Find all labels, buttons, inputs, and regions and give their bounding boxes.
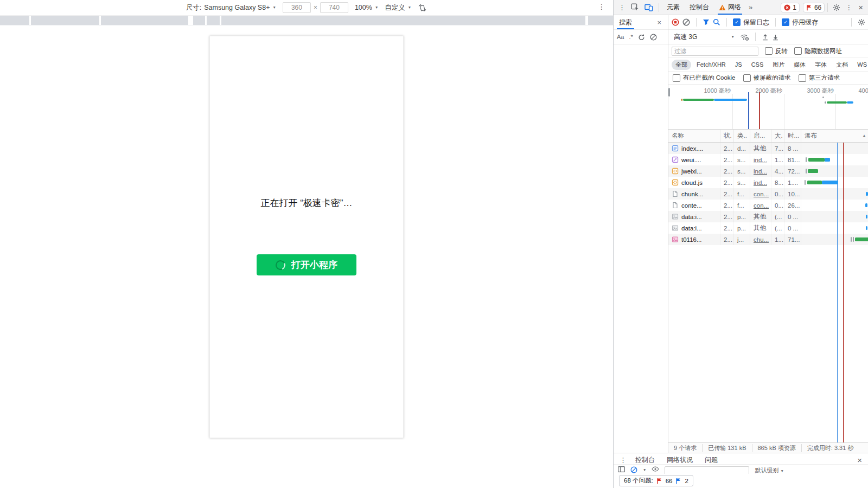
initiator-link[interactable]: con... xyxy=(754,191,769,197)
resource-type-filters: 全部Fetch/XHRJSCSS图片媒体字体文档WSWasm xyxy=(668,58,868,72)
waterfall-bar-tick xyxy=(805,180,806,185)
initiator-link[interactable]: chu... xyxy=(754,236,769,243)
network-overview-timeline[interactable]: 1000 毫秒2000 毫秒3000 毫秒4000 毫秒 xyxy=(668,85,868,130)
request-waterfall-cell xyxy=(801,188,868,200)
filter-chip-JS[interactable]: JS xyxy=(731,60,746,69)
request-name-cell: data:i... xyxy=(668,222,720,234)
console-errors-badge[interactable]: 1 xyxy=(781,3,800,12)
toggle-device-toolbar-icon[interactable] xyxy=(642,4,656,11)
chevron-down-icon[interactable]: ▼ xyxy=(643,468,646,472)
request-name-cell: data:i... xyxy=(668,211,720,222)
image-pink-icon xyxy=(672,236,679,243)
filter-chip-文档[interactable]: 文档 xyxy=(832,60,852,70)
loading-spinner-icon xyxy=(274,259,286,271)
filter-chip-字体[interactable]: 字体 xyxy=(811,60,831,70)
column-header-瀑布[interactable]: 瀑布▲ xyxy=(801,130,868,142)
preserve-log-checkbox[interactable]: ✓ 保留日志 xyxy=(733,18,769,27)
filter-input[interactable] xyxy=(672,47,758,56)
column-header-时...[interactable]: 时... xyxy=(784,130,801,142)
filter-chip-CSS[interactable]: CSS xyxy=(748,60,768,69)
hide-data-urls-checkbox[interactable]: 隐藏数据网址 xyxy=(794,47,842,55)
rotate-device-icon[interactable] xyxy=(418,4,427,12)
open-miniprogram-button[interactable]: 打开小程序 xyxy=(257,254,356,275)
more-panels-icon[interactable]: » xyxy=(746,3,755,11)
column-header-启...[interactable]: 启... xyxy=(750,130,771,142)
initiator-link[interactable]: ind... xyxy=(754,168,767,175)
import-har-icon[interactable] xyxy=(762,34,769,41)
column-header-类..[interactable]: 类.. xyxy=(734,130,750,142)
initiator-text: 其他 xyxy=(754,224,766,232)
match-case-button[interactable]: Aa xyxy=(617,34,624,40)
request-status-cell: 2... xyxy=(720,143,734,154)
image-icon xyxy=(672,224,679,232)
request-time-cell: 8 ... xyxy=(784,143,801,154)
network-panel: ✓ 保留日志 ✓ 停用缓存 高速 3G ▼ xyxy=(668,15,868,453)
close-search-icon[interactable]: × xyxy=(654,19,665,26)
script-icon xyxy=(672,179,679,186)
request-name: conte... xyxy=(681,202,702,209)
initiator-link[interactable]: ind... xyxy=(754,157,767,163)
filter-chip-媒体[interactable]: 媒体 xyxy=(790,60,809,70)
timeline-tick-label: 1000 毫秒 xyxy=(699,87,731,95)
inspect-element-icon[interactable] xyxy=(628,3,642,11)
checkbox-有已拦截的 Cookie[interactable]: 有已拦截的 Cookie xyxy=(673,74,736,82)
settings-gear-icon[interactable] xyxy=(831,4,843,11)
request-status-cell: 2... xyxy=(720,154,734,165)
initiator-link[interactable]: ind... xyxy=(754,179,767,186)
column-header-名称[interactable]: 名称 xyxy=(668,130,720,142)
request-initiator-cell: con... xyxy=(750,200,771,211)
filter-chip-Fetch/XHR[interactable]: Fetch/XHR xyxy=(693,60,730,69)
column-header-状.[interactable]: 状. xyxy=(720,130,734,142)
zoom-select[interactable]: 100% ▼ xyxy=(355,4,378,11)
tab-元素[interactable]: 元素 xyxy=(662,0,685,15)
invert-filter-checkbox[interactable]: 反转 xyxy=(765,47,788,55)
clear-console-icon[interactable] xyxy=(630,466,637,473)
filter-chip-图片[interactable]: 图片 xyxy=(769,60,788,70)
device-select[interactable]: 尺寸: Samsung Galaxy S8+ ▼ xyxy=(186,3,276,12)
search-pane: 搜索 × Aa .* xyxy=(614,15,668,453)
export-har-icon[interactable] xyxy=(772,34,779,41)
checkbox-第三方请求[interactable]: 第三方请求 xyxy=(799,74,840,82)
throttle-mode-select[interactable]: 自定义 ▼ xyxy=(385,3,411,12)
clear-search-icon[interactable] xyxy=(650,34,657,41)
issues-counter[interactable]: 68 个问题: 66 2 xyxy=(619,475,693,486)
regex-button[interactable]: .* xyxy=(629,34,633,40)
request-type-cell: f... xyxy=(734,200,750,211)
close-devtools-icon[interactable]: × xyxy=(855,3,866,11)
devtools-menu-icon[interactable]: ⋮ xyxy=(843,3,855,11)
tab-search[interactable]: 搜索 xyxy=(617,15,634,29)
eye-icon[interactable] xyxy=(652,466,659,472)
tab-网络[interactable]: 网络 xyxy=(714,0,746,15)
record-network-log-icon[interactable] xyxy=(672,18,679,26)
column-header-大.[interactable]: 大. xyxy=(771,130,784,142)
issue-flag-icon xyxy=(806,4,812,11)
tab-控制台[interactable]: 控制台 xyxy=(685,0,714,15)
issues-badge[interactable]: 66 xyxy=(803,3,825,12)
network-settings-gear-icon[interactable] xyxy=(858,18,865,26)
console-sidebar-icon[interactable] xyxy=(618,466,625,472)
console-levels-select[interactable]: 默认级别 ▼ xyxy=(755,466,784,474)
warning-icon xyxy=(719,4,726,11)
filter-chip-WS[interactable]: WS xyxy=(853,60,868,69)
checkbox-被屏蔽的请求[interactable]: 被屏蔽的请求 xyxy=(743,74,791,82)
initiator-link[interactable]: con... xyxy=(754,202,769,209)
request-waterfall-cell xyxy=(801,200,868,211)
viewport-height-input[interactable]: 740 xyxy=(320,2,348,13)
device-toolbar-options-icon[interactable]: ⋮ xyxy=(598,2,605,11)
refresh-search-icon[interactable] xyxy=(638,34,645,41)
filter-funnel-icon[interactable] xyxy=(703,19,710,25)
timeline-gridline xyxy=(784,94,784,129)
sort-ascending-icon[interactable]: ▲ xyxy=(862,133,866,138)
throttling-select[interactable]: 高速 3G ▼ xyxy=(672,33,737,42)
disable-cache-checkbox[interactable]: ✓ 停用缓存 xyxy=(782,18,818,27)
tab-label: 元素 xyxy=(667,3,680,12)
throttling-toolbar: 高速 3G ▼ xyxy=(668,30,868,44)
search-network-icon[interactable] xyxy=(713,18,720,26)
drawer-menu-icon[interactable]: ⋮ xyxy=(617,456,629,464)
filter-chip-全部[interactable]: 全部 xyxy=(672,60,691,70)
dock-menu-icon[interactable]: ⋮ xyxy=(616,3,628,11)
close-drawer-icon[interactable]: × xyxy=(854,456,865,464)
network-conditions-icon[interactable] xyxy=(740,34,749,41)
viewport-width-input[interactable]: 360 xyxy=(283,2,311,13)
clear-network-log-icon[interactable] xyxy=(682,18,690,26)
